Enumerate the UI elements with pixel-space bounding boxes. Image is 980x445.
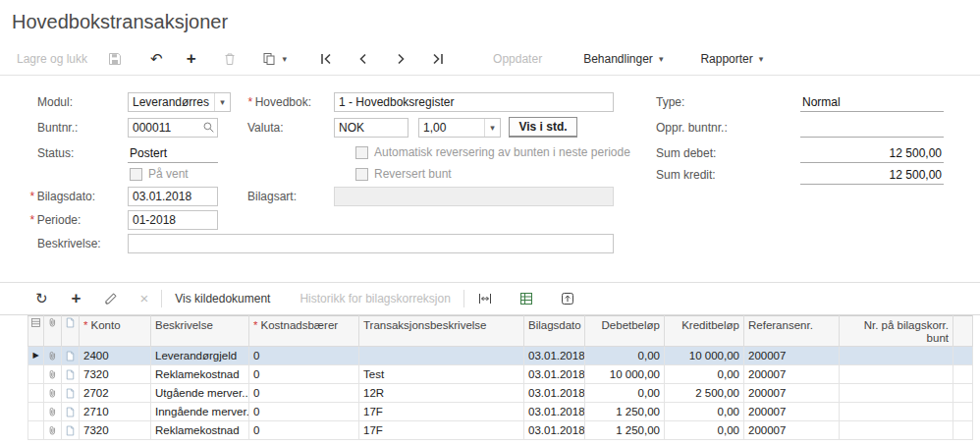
col-header-beskrivelse[interactable]: Beskrivelse	[151, 316, 249, 347]
vis-i-std-button[interactable]: Vis i std.	[509, 117, 577, 138]
valuta-currency-input[interactable]	[334, 118, 408, 138]
cell-bilagsdato[interactable]: 03.01.2018	[524, 347, 585, 365]
cell-nr-korr[interactable]	[840, 421, 953, 440]
cell-nr-korr[interactable]	[840, 365, 953, 384]
cell-note[interactable]	[62, 421, 80, 440]
behandlinger-menu[interactable]: Behandlinger ▾	[576, 49, 670, 69]
cell-referansenr[interactable]: 200007	[744, 403, 840, 421]
cell-bilagsdato[interactable]: 03.01.2018	[524, 421, 585, 440]
cell-row-selector[interactable]: ▶	[28, 347, 44, 365]
cell-referansenr[interactable]: 200007	[744, 421, 840, 440]
grid-add-row-button[interactable]: +	[64, 288, 89, 309]
table-row[interactable]: 2710 Inngående merver... 0 17F 03.01.201…	[28, 403, 973, 421]
hovedbok-input[interactable]	[334, 92, 614, 112]
cell-attachment[interactable]	[44, 347, 62, 365]
cell-nr-korr[interactable]	[840, 384, 953, 403]
rapporter-menu[interactable]: Rapporter ▾	[693, 49, 770, 69]
cell-referansenr[interactable]: 200007	[744, 347, 840, 365]
cell-debet[interactable]: 1 250,00	[585, 421, 665, 440]
copy-paste-button[interactable]: ▾	[254, 48, 295, 70]
col-header-kostnadsbaerer[interactable]: *Kostnadsbærer	[249, 316, 359, 347]
vis-kildedokument-button[interactable]: Vis kildedokument	[167, 289, 278, 308]
upload-button[interactable]	[552, 288, 583, 309]
cell-attachment[interactable]	[44, 365, 62, 384]
cell-referansenr[interactable]: 200007	[744, 365, 840, 384]
nav-prev-button[interactable]	[349, 48, 378, 70]
cell-note[interactable]	[62, 347, 80, 365]
cell-konto[interactable]: 2702	[80, 384, 151, 403]
bilagsdato-input[interactable]	[128, 187, 218, 206]
nav-last-button[interactable]	[423, 48, 453, 70]
cell-nr-korr[interactable]	[840, 403, 953, 421]
cell-transaksjonsbeskrivelse[interactable]: 17F	[359, 421, 524, 440]
cell-row-selector[interactable]	[28, 403, 44, 421]
fit-width-button[interactable]	[469, 288, 501, 309]
cell-debet[interactable]: 10 000,00	[585, 365, 665, 384]
nav-next-button[interactable]	[386, 48, 415, 70]
cell-row-selector[interactable]	[28, 365, 44, 384]
table-row[interactable]: 2702 Utgående merver... 0 12R 03.01.2018…	[28, 384, 973, 403]
cell-transaksjonsbeskrivelse[interactable]: 12R	[359, 384, 524, 403]
cell-beskrivelse[interactable]: Leverandørgjeld	[151, 347, 249, 365]
col-header-kredit[interactable]: Kreditbeløp	[665, 316, 744, 347]
attachments-column-header[interactable]	[44, 316, 62, 347]
cell-beskrivelse[interactable]: Utgående merver...	[151, 384, 249, 403]
cell-transaksjonsbeskrivelse[interactable]: Test	[359, 365, 524, 384]
cell-konto[interactable]: 2710	[80, 403, 151, 421]
cell-attachment[interactable]	[44, 384, 62, 403]
cell-kredit[interactable]: 0,00	[665, 403, 744, 421]
cell-beskrivelse[interactable]: Reklamekostnad	[151, 365, 249, 384]
col-header-nr-korr[interactable]: Nr. på bilagskorr. bunt	[840, 316, 953, 347]
cell-konto[interactable]: 2400	[80, 347, 151, 365]
cell-kostnadsbaerer[interactable]: 0	[249, 403, 359, 421]
cell-kostnadsbaerer[interactable]: 0	[249, 384, 359, 403]
col-header-bilagsdato[interactable]: Bilagsdato	[524, 316, 585, 347]
cell-bilagsdato[interactable]: 03.01.2018	[524, 384, 585, 403]
valuta-rate-select[interactable]: 1,00 ▾	[418, 118, 501, 138]
col-header-debet[interactable]: Debetbeløp	[585, 316, 665, 347]
search-icon[interactable]	[202, 121, 215, 134]
table-row[interactable]: 7320 Reklamekostnad 0 17F 03.01.2018 1 2…	[28, 421, 973, 440]
table-row[interactable]: 7320 Reklamekostnad 0 Test 03.01.2018 10…	[28, 365, 973, 384]
grid-refresh-button[interactable]: ↻	[27, 288, 56, 309]
cell-kredit[interactable]: 0,00	[665, 365, 744, 384]
cell-kredit[interactable]: 0,00	[665, 421, 744, 440]
cell-transaksjonsbeskrivelse[interactable]	[359, 347, 524, 365]
cell-beskrivelse[interactable]: Reklamekostnad	[151, 421, 249, 440]
cell-kostnadsbaerer[interactable]: 0	[249, 347, 359, 365]
cell-row-selector[interactable]	[28, 384, 44, 403]
cell-debet[interactable]: 0,00	[585, 384, 665, 403]
cell-note[interactable]	[62, 365, 80, 384]
nav-first-button[interactable]	[311, 48, 341, 70]
export-excel-button[interactable]	[511, 288, 542, 309]
cell-debet[interactable]: 1 250,00	[585, 403, 665, 421]
cell-konto[interactable]: 7320	[80, 421, 151, 440]
cell-nr-korr[interactable]	[840, 347, 953, 365]
grid-edit-row-button[interactable]	[95, 288, 127, 309]
cell-kostnadsbaerer[interactable]: 0	[249, 421, 359, 440]
cell-row-selector[interactable]	[28, 421, 44, 440]
cell-attachment[interactable]	[44, 421, 62, 440]
col-header-konto[interactable]: *Konto	[80, 316, 151, 347]
col-header-referansenr[interactable]: Referansenr.	[744, 316, 840, 347]
cell-kredit[interactable]: 10 000,00	[665, 347, 744, 365]
cell-attachment[interactable]	[44, 403, 62, 421]
cell-kredit[interactable]: 2 500,00	[665, 384, 744, 403]
add-button[interactable]: +	[180, 48, 203, 70]
cell-transaksjonsbeskrivelse[interactable]: 17F	[359, 403, 524, 421]
modul-select[interactable]: Leverandørres ▾	[128, 92, 231, 112]
cell-note[interactable]	[62, 403, 80, 421]
periode-input[interactable]	[128, 210, 218, 230]
cell-note[interactable]	[62, 384, 80, 403]
cell-referansenr[interactable]: 200007	[744, 384, 840, 403]
beskrivelse-input[interactable]	[128, 234, 614, 253]
row-selector-column-header[interactable]	[28, 316, 44, 347]
cell-debet[interactable]: 0,00	[585, 347, 665, 365]
cell-konto[interactable]: 7320	[80, 365, 151, 384]
undo-button[interactable]: ↶	[143, 48, 170, 70]
col-header-transaksjonsbeskrivelse[interactable]: Transaksjonsbeskrivelse	[359, 316, 524, 347]
notes-column-header[interactable]	[62, 316, 80, 347]
table-row[interactable]: ▶ 2400 Leverandørgjeld 0 03.01.2018 0,00…	[28, 347, 973, 365]
cell-beskrivelse[interactable]: Inngående merver...	[151, 403, 249, 421]
cell-kostnadsbaerer[interactable]: 0	[249, 365, 359, 384]
